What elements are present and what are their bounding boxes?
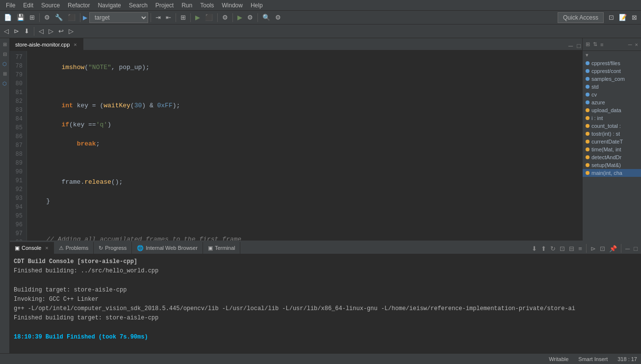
console-minimize-btn[interactable]: ─ bbox=[624, 243, 631, 254]
console-down-btn[interactable]: ⬇ bbox=[530, 243, 538, 254]
perspective-btn-3[interactable]: ⊠ bbox=[630, 12, 639, 23]
new-file-btn[interactable]: 📄 bbox=[2, 12, 14, 23]
back-btn[interactable]: ◁ bbox=[2, 26, 11, 37]
console-btn-4[interactable]: ⊡ bbox=[558, 243, 566, 254]
toolbar2-btn-2[interactable]: ⬇ bbox=[22, 26, 31, 37]
console-tab-progress[interactable]: ↻ Progress bbox=[94, 242, 132, 254]
console-btn-5[interactable]: ⊟ bbox=[567, 243, 576, 254]
maximize-editor-btn[interactable]: □ bbox=[575, 42, 582, 50]
toolbar-btn-7[interactable]: ⚙ bbox=[245, 12, 255, 23]
debug-btn-1[interactable]: ⇥ bbox=[154, 12, 163, 23]
console-view-btn[interactable]: ⊡ bbox=[598, 243, 607, 254]
sep8 bbox=[257, 13, 258, 22]
toolbar-btn-8[interactable]: 🔍 bbox=[260, 12, 272, 23]
console-tab-console[interactable]: ▣ Console × bbox=[10, 242, 54, 254]
outline-item-11[interactable]: time(Mat, int bbox=[583, 146, 641, 153]
menu-file[interactable]: File bbox=[2, 1, 19, 10]
toolbar2-btn-1[interactable]: ⊳ bbox=[12, 26, 21, 37]
console-tab-close[interactable]: × bbox=[45, 245, 48, 251]
outline-item-2[interactable]: samples_com bbox=[583, 75, 641, 83]
outline-item-8[interactable]: count_total : bbox=[583, 122, 641, 130]
outline-item-4[interactable]: cv bbox=[583, 91, 641, 98]
editor-tab-controls: ─ □ bbox=[567, 42, 582, 50]
outline-item-10[interactable]: currentDateT bbox=[583, 138, 641, 146]
toolbar-btn-2[interactable]: ⚙ bbox=[42, 12, 52, 23]
menu-navigate[interactable]: Navigate bbox=[94, 1, 125, 10]
tab-bar: store-aisle-monitor.cpp × ─ □ bbox=[10, 38, 582, 51]
toolbar-btn-9[interactable]: ⚙ bbox=[273, 12, 283, 23]
perspective-btn-2[interactable]: 📝 bbox=[617, 12, 629, 23]
menu-source[interactable]: Source bbox=[37, 1, 64, 10]
console-btn-pin[interactable]: 📌 bbox=[608, 243, 618, 254]
menu-edit[interactable]: Edit bbox=[19, 1, 37, 10]
toolbar2-btn-4[interactable]: ▷ bbox=[47, 26, 55, 37]
target-dropdown[interactable]: target bbox=[89, 12, 148, 23]
console-title: CDT Build Console [store-aisle-cpp] bbox=[14, 257, 637, 267]
outline-item-5[interactable]: azure bbox=[583, 98, 641, 106]
outline-label-8: count_total : bbox=[591, 123, 621, 129]
debug-btn-2[interactable]: ⇤ bbox=[164, 12, 173, 23]
perspective-btn-1[interactable]: ⊡ bbox=[607, 12, 616, 23]
console-tab-problems[interactable]: ⚠ Problems bbox=[54, 242, 94, 254]
save-all-btn[interactable]: ⊞ bbox=[27, 12, 37, 23]
outline-item-1[interactable]: cpprest/cont bbox=[583, 67, 641, 75]
editor-tab-active[interactable]: store-aisle-monitor.cpp × bbox=[10, 38, 83, 50]
forward-btn[interactable]: ▷ bbox=[67, 26, 76, 37]
sep3 bbox=[151, 13, 151, 22]
tab-close-btn[interactable]: × bbox=[73, 42, 77, 48]
editor-and-outline: store-aisle-monitor.cpp × ─ □ 77 bbox=[10, 38, 641, 241]
console-refresh-btn[interactable]: ↻ bbox=[549, 243, 557, 254]
sidebar-icon-bookmark[interactable]: ⬡ bbox=[1, 60, 9, 68]
menu-project[interactable]: Project bbox=[152, 1, 178, 10]
outline-minimize[interactable]: ─ bbox=[627, 41, 633, 49]
menu-tools[interactable]: Tools bbox=[196, 1, 218, 10]
outline-item-7[interactable]: i : int bbox=[583, 114, 641, 122]
toolbar2-btn-3[interactable]: ◁ bbox=[37, 26, 46, 37]
menu-window[interactable]: Window bbox=[218, 1, 247, 10]
outline-btn-3[interactable]: ≡ bbox=[599, 41, 604, 49]
code-content: 77 78 79 80 81 82 83 84 85 86 87 bbox=[10, 51, 582, 241]
sidebar-icon-5[interactable]: ⬡ bbox=[1, 79, 9, 87]
console-maximize-btn[interactable]: □ bbox=[632, 243, 639, 254]
outline-label-5: azure bbox=[591, 99, 605, 105]
console-btn-6[interactable]: ≡ bbox=[577, 243, 584, 254]
browser-tab-label: Internal Web Browser bbox=[146, 245, 198, 251]
console-export-btn[interactable]: ⊳ bbox=[589, 243, 597, 254]
outline-item-14[interactable]: main(int, cha bbox=[583, 169, 641, 177]
outline-btn-1[interactable]: ⊞ bbox=[585, 40, 591, 49]
outline-close[interactable]: × bbox=[634, 41, 639, 49]
outline-item-6[interactable]: upload_data bbox=[583, 106, 641, 114]
stop-btn[interactable]: ⬛ bbox=[203, 12, 215, 23]
menu-help[interactable]: Help bbox=[247, 1, 267, 10]
sidebar-icon-1[interactable]: ⊞ bbox=[1, 40, 9, 48]
sidebar-icon-4[interactable]: ⊞ bbox=[1, 70, 9, 77]
toolbar-btn-6[interactable]: ⚙ bbox=[220, 12, 230, 23]
toolbar-btn-5[interactable]: ⊞ bbox=[179, 12, 188, 23]
sidebar-icon-2[interactable]: ⊟ bbox=[1, 50, 9, 58]
save-btn[interactable]: 💾 bbox=[15, 12, 26, 23]
menu-search[interactable]: Search bbox=[125, 1, 152, 10]
menu-refactor[interactable]: Refactor bbox=[64, 1, 94, 10]
console-tab-terminal[interactable]: ▣ Terminal bbox=[203, 242, 241, 254]
toolbar-btn-4[interactable]: ⬛ bbox=[66, 12, 77, 23]
outline-item-12[interactable]: detectAndDr bbox=[583, 153, 641, 161]
outline-item-0[interactable]: cpprest/files bbox=[583, 59, 641, 67]
menu-run[interactable]: Run bbox=[178, 1, 196, 10]
outline-label-11: time(Mat, int bbox=[591, 146, 621, 152]
toolbar-btn-3[interactable]: 🔧 bbox=[53, 12, 65, 23]
code-editor[interactable]: 77 78 79 80 81 82 83 84 85 86 87 bbox=[10, 51, 582, 241]
status-right: Writable Smart Insert 318 : 17 bbox=[549, 356, 637, 362]
minimize-editor-btn[interactable]: ─ bbox=[567, 42, 574, 50]
run-green-btn[interactable]: ▶ bbox=[235, 12, 244, 23]
outline-item-3[interactable]: std bbox=[583, 83, 641, 91]
status-bar: Writable Smart Insert 318 : 17 bbox=[0, 353, 641, 364]
outline-item-9[interactable]: tostr(int) : st bbox=[583, 130, 641, 138]
outline-item-13[interactable]: setup(Mat&) bbox=[583, 161, 641, 169]
console-tab-browser[interactable]: 🌐 Internal Web Browser bbox=[132, 242, 203, 254]
outline-dot-1 bbox=[586, 69, 590, 73]
play-btn[interactable]: ▶ bbox=[193, 12, 202, 23]
quick-access-button[interactable]: Quick Access bbox=[558, 12, 604, 23]
toolbar2-btn-5[interactable]: ↩ bbox=[56, 26, 66, 37]
console-up-btn[interactable]: ⬆ bbox=[539, 243, 548, 254]
outline-btn-2[interactable]: ⇅ bbox=[592, 40, 598, 49]
